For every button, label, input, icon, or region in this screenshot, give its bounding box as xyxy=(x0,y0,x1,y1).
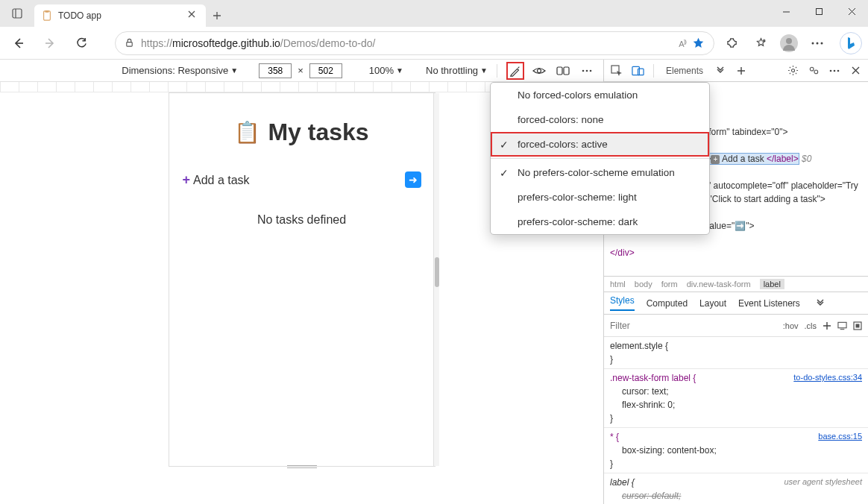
hov-toggle[interactable]: :hov xyxy=(783,321,799,330)
styles-more-icon[interactable] xyxy=(812,295,828,312)
emulate-css-icon[interactable] xyxy=(506,62,524,80)
device-more-icon[interactable] xyxy=(578,62,596,80)
throttling-dropdown[interactable]: No throttling ▼ xyxy=(426,65,488,76)
svg-point-24 xyxy=(791,69,794,72)
svg-point-29 xyxy=(837,69,840,72)
svg-point-19 xyxy=(586,69,588,72)
svg-point-25 xyxy=(810,67,814,71)
page-title: 📋 My tasks xyxy=(183,119,421,146)
favorite-icon[interactable] xyxy=(692,37,705,49)
svg-rect-5 xyxy=(816,8,822,14)
styles-filter-row: :hov .cls xyxy=(604,315,868,337)
emulated-viewport[interactable]: 📋 My tasks +Add a task ➜ No tasks define… xyxy=(169,92,435,467)
box-model-icon[interactable] xyxy=(853,321,862,330)
svg-point-12 xyxy=(812,42,814,44)
emulation-dropdown: No forced-colors emulation forced-colors… xyxy=(490,82,710,235)
profile-avatar[interactable] xyxy=(777,31,801,55)
resize-handle[interactable] xyxy=(287,465,317,467)
viewport-scrollbar[interactable] xyxy=(433,93,439,466)
new-tab-button[interactable] xyxy=(206,4,228,27)
devtools-close-icon[interactable] xyxy=(847,63,864,79)
popup-item[interactable]: ✓No prefers-color-scheme emulation xyxy=(491,160,709,185)
svg-rect-33 xyxy=(856,324,860,327)
popup-item[interactable]: No forced-colors emulation xyxy=(491,83,709,107)
back-button[interactable] xyxy=(6,31,31,56)
dom-breadcrumb[interactable]: html body form div.new-task-form label xyxy=(604,276,868,292)
source-link[interactable]: base.css:15 xyxy=(818,430,862,443)
clipboard-icon: 📋 xyxy=(234,120,260,145)
cls-toggle[interactable]: .cls xyxy=(805,321,817,330)
window-titlebar: TODO app xyxy=(0,0,868,27)
svg-point-18 xyxy=(582,69,585,72)
popup-item[interactable]: prefers-color-scheme: dark xyxy=(491,210,709,234)
tab-elements[interactable]: Elements xyxy=(661,64,708,78)
svg-rect-23 xyxy=(638,69,644,75)
address-bar: https://microsoftedge.github.io/Demos/de… xyxy=(0,27,868,60)
svg-point-27 xyxy=(830,69,832,72)
tab-close-icon[interactable] xyxy=(188,10,198,21)
svg-rect-30 xyxy=(838,322,846,327)
activity-icon[interactable] xyxy=(805,63,822,79)
css-rules[interactable]: element.style { } to-do-styles.css:34 .n… xyxy=(604,337,868,504)
browser-tab[interactable]: TODO app xyxy=(34,4,206,27)
svg-point-13 xyxy=(817,42,819,44)
dimensions-dropdown[interactable]: Dimensions: Responsive ▼ xyxy=(122,65,238,76)
lock-icon xyxy=(125,38,135,48)
tab-favicon-icon xyxy=(42,10,52,21)
tab-title: TODO app xyxy=(58,10,182,21)
svg-point-15 xyxy=(538,69,541,72)
device-posture-icon[interactable] xyxy=(554,62,572,80)
tab-styles[interactable]: Styles xyxy=(610,295,635,311)
url-box[interactable]: https://microsoftedge.github.io/Demos/de… xyxy=(115,31,714,55)
svg-point-20 xyxy=(590,69,592,72)
svg-rect-8 xyxy=(127,42,132,46)
svg-rect-17 xyxy=(564,67,569,75)
add-task-row[interactable]: +Add a task ➜ xyxy=(183,168,421,191)
refresh-button[interactable] xyxy=(69,31,94,56)
window-controls xyxy=(770,0,868,22)
new-rule-icon[interactable] xyxy=(823,321,831,330)
check-icon: ✓ xyxy=(500,167,509,179)
maximize-button[interactable] xyxy=(802,0,835,22)
tab-actions-button[interactable] xyxy=(0,0,34,27)
devtools-tabs: Elements xyxy=(604,60,868,82)
device-toggle-icon[interactable] xyxy=(629,63,646,79)
new-tab-icon[interactable] xyxy=(733,63,749,79)
styles-filter-input[interactable] xyxy=(610,321,777,331)
zoom-dropdown[interactable]: 100% ▼ xyxy=(369,65,403,76)
source-link[interactable]: to-do-styles.css:34 xyxy=(793,371,862,384)
vision-deficiency-icon[interactable] xyxy=(530,62,548,80)
svg-point-11 xyxy=(786,38,792,44)
forward-button[interactable] xyxy=(37,31,63,56)
minimize-button[interactable] xyxy=(770,0,802,22)
close-window-button[interactable] xyxy=(835,0,868,22)
computed-panel-icon[interactable] xyxy=(837,321,847,330)
tab-computed[interactable]: Computed xyxy=(647,298,688,309)
plus-icon: + xyxy=(183,172,191,187)
svg-rect-2 xyxy=(44,11,51,20)
favorites-bar-icon[interactable] xyxy=(749,31,773,55)
bing-chat-icon[interactable] xyxy=(840,32,862,54)
svg-rect-0 xyxy=(13,9,22,18)
popup-item[interactable]: forced-colors: none xyxy=(491,107,709,132)
tab-layout[interactable]: Layout xyxy=(699,298,726,309)
reader-icon[interactable]: A)) xyxy=(679,38,686,48)
height-input[interactable] xyxy=(309,63,342,78)
tabs-more-icon[interactable] xyxy=(712,63,729,79)
width-input[interactable] xyxy=(259,63,292,78)
svg-point-28 xyxy=(834,69,836,72)
svg-rect-16 xyxy=(557,67,562,75)
popup-item[interactable]: prefers-color-scheme: light xyxy=(491,185,709,210)
tab-event-listeners[interactable]: Event Listeners xyxy=(738,298,800,309)
svg-point-14 xyxy=(821,42,823,44)
settings-icon[interactable] xyxy=(784,63,801,79)
styles-tabs: Styles Computed Layout Event Listeners xyxy=(604,292,868,315)
dimension-separator: × xyxy=(298,65,304,76)
popup-item-active[interactable]: ✓forced-colors: active xyxy=(491,132,709,157)
more-menu-button[interactable] xyxy=(805,31,829,55)
svg-point-26 xyxy=(814,70,817,74)
extensions-icon[interactable] xyxy=(720,31,744,55)
submit-arrow-icon[interactable]: ➜ xyxy=(405,171,421,188)
devtools-more-icon[interactable] xyxy=(826,63,843,79)
inspect-element-icon[interactable] xyxy=(608,63,625,79)
